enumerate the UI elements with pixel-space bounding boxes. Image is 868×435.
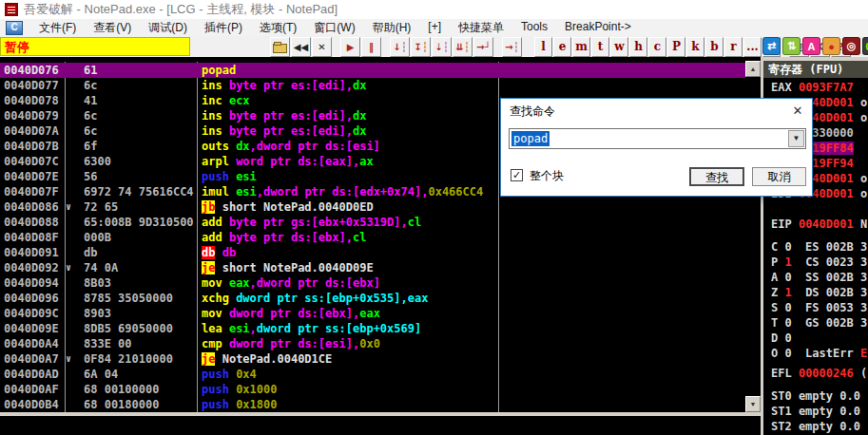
find-button[interactable]: 查找 [689, 167, 744, 186]
register-row[interactable]: D 0 [771, 331, 792, 346]
address-cell: 0040D07A [4, 123, 63, 139]
step-over-button[interactable]: ⇣┆ [432, 37, 452, 57]
disasm-row[interactable]: 0040D09C8903mov dword ptr ds:[ebx],eax [0, 306, 745, 321]
disasm-row[interactable]: 0040D0776cins byte ptr es:[edi],dx [0, 78, 745, 93]
letter-k-button[interactable]: k [686, 37, 704, 57]
disasm-row[interactable]: 0040D0968785 35050000xchg dword ptr ss:[… [0, 291, 745, 306]
letter-r-button[interactable]: r [724, 37, 743, 57]
menu-item[interactable]: 快捷菜单 [450, 19, 512, 37]
search-input[interactable]: popad [511, 131, 550, 146]
search-command-combobox[interactable]: popad ▼ [509, 128, 806, 149]
letter-m-button[interactable]: m [572, 37, 590, 57]
hexbytes-cell: 6c [84, 108, 195, 123]
disasm-row[interactable]: 0040D092∨74 0Aje short NotePad.0040D09E [0, 260, 745, 275]
instruction-cell: push 0x1000 [202, 382, 497, 397]
menu-item[interactable]: 窗口(W) [305, 19, 363, 37]
register-row[interactable]: S 0 FS 0053 3 [771, 300, 867, 315]
open-file-button[interactable] [270, 37, 290, 57]
scroll-up-button[interactable]: ▲ [745, 61, 761, 77]
register-row[interactable]: T 0 GS 002B 3 [771, 315, 867, 331]
chevron-down-icon[interactable]: ▼ [788, 130, 804, 147]
letter-l-button[interactable]: l [534, 37, 552, 57]
disasm-row[interactable]: 0040D0948B03mov eax,dword ptr ds:[ebx] [0, 275, 745, 291]
menu-item[interactable]: 查看(V) [85, 19, 140, 37]
updown-arrows-icon[interactable]: ⇅ [782, 37, 800, 55]
entire-block-checkbox[interactable]: ✓ [511, 169, 523, 181]
disasm-row[interactable]: 0040D08F000Badd byte ptr ds:[ebx],cl [0, 230, 745, 245]
letter-c-button[interactable]: c [648, 37, 666, 57]
disasm-row[interactable]: 0040D086∨72 65jb short NotePad.0040D0ED [0, 199, 745, 215]
pause-button[interactable]: ‖ [361, 37, 381, 57]
menu-item[interactable]: 调试(D) [140, 19, 196, 37]
disasm-row[interactable]: 0040D07661popad [0, 63, 745, 78]
instruction-cell: db db [202, 245, 497, 260]
menu-item[interactable]: BreakPoint-> [556, 19, 640, 37]
close-icon[interactable]: ✕ [783, 101, 812, 122]
disasm-row[interactable]: 0040D0A7∨0F84 21010000je NotePad.0040D1C… [0, 351, 745, 367]
letter-a-icon[interactable]: A [802, 37, 820, 55]
letter-e-button[interactable]: e [553, 37, 571, 57]
letter-t-button[interactable]: t [591, 37, 609, 57]
hexbytes-cell: 6300 [84, 154, 195, 169]
register-row[interactable]: EAX 0093F7A7 [771, 80, 854, 95]
register-row[interactable]: ST2 empty 0.0 [771, 419, 860, 434]
rewind-button[interactable]: ◀◀ [291, 37, 311, 57]
disasm-row[interactable]: 0040D09E8DB5 69050000lea esi,dword ptr s… [0, 321, 745, 336]
instruction-cell: add byte ptr gs:[ebx+0x5319D],cl [202, 215, 497, 230]
register-row[interactable]: P 1 CS 0023 3 [771, 255, 867, 270]
register-row[interactable]: C 0 ES 002B 3 [771, 239, 867, 255]
letter-h-button[interactable]: h [629, 37, 647, 57]
menu-item[interactable]: 文件(F) [30, 19, 85, 37]
letter-...-button[interactable]: ... [743, 37, 762, 57]
register-row[interactable]: O 0 LastErr E [771, 346, 867, 361]
hexbytes-cell: 68 00180000 [84, 397, 195, 412]
register-row[interactable]: EFL 00000246 ( [771, 366, 867, 381]
disasm-row[interactable]: 0040D0AD6A 04push 0x4 [0, 367, 745, 382]
target-icon[interactable]: ◎ [842, 37, 860, 55]
step-into-button[interactable]: ↓┆ [390, 37, 410, 57]
disasm-row[interactable]: 0040D0AF68 00100000push 0x1000 [0, 382, 745, 397]
plugin-icon-group: ⇄⇅A●◎01 [761, 37, 868, 55]
letter-w-button[interactable]: w [610, 37, 628, 57]
instruction-cell: xchg dword ptr ss:[ebp+0x535],eax [202, 291, 497, 306]
scroll-down-button[interactable]: ▼ [745, 396, 761, 412]
disasm-row[interactable]: 0040D091dbdb db [0, 245, 745, 260]
register-row[interactable]: Z 1 DS 002B 3 [771, 285, 867, 300]
register-row[interactable]: A 0 SS 002B 3 [771, 270, 867, 285]
letter-b-button[interactable]: b [705, 37, 723, 57]
binary-icon[interactable]: 01 [862, 37, 868, 55]
swap-arrows-icon[interactable]: ⇄ [762, 37, 781, 55]
letter-P-button[interactable]: P [667, 37, 685, 57]
address-cell: 0040D088 [4, 215, 63, 230]
red-dot-icon[interactable]: ● [822, 37, 840, 55]
close-window-button[interactable]: ✕ [312, 37, 332, 57]
animate-over-button[interactable]: ⇊┆ [453, 37, 473, 57]
menu-item[interactable]: 帮助(H) [364, 19, 420, 37]
address-cell: 0040D078 [4, 93, 63, 108]
go-to-address-button[interactable]: →┆ [502, 37, 522, 57]
menu-item[interactable]: Tools [512, 19, 556, 37]
menu-item[interactable]: [+] [419, 19, 450, 37]
cancel-button[interactable]: 取消 [752, 167, 806, 186]
hexbytes-cell: 833E 00 [84, 336, 195, 351]
hexbytes-cell: 74 0A [84, 260, 195, 275]
menu-item[interactable]: 插件(P) [196, 19, 251, 37]
register-row[interactable]: ST0 empty 0.0 [771, 388, 860, 404]
app-logo-icon [5, 3, 18, 16]
disasm-row[interactable]: 0040D0A4833E 00cmp dword ptr ds:[esi],0x… [0, 336, 745, 351]
execute-till-return-button[interactable]: →┘ [473, 37, 493, 57]
register-row[interactable]: ST1 empty 0.0 [771, 404, 860, 419]
disasm-row[interactable]: 0040D08865:008B 9D310500add byte ptr gs:… [0, 215, 745, 230]
instruction-cell: ins byte ptr es:[edi],dx [202, 78, 497, 93]
dialog-title-bar[interactable]: 查找命令 ✕ [501, 99, 812, 123]
child-window-icon[interactable]: C [6, 21, 23, 35]
disasm-row[interactable]: 0040D0B468 00180000push 0x1800 [0, 397, 745, 412]
register-row[interactable]: EIP 0040D001 N [771, 217, 867, 232]
find-command-dialog: 查找命令 ✕ popad ▼ ✓ 整个块 查找 取消 [500, 98, 813, 197]
animate-into-button[interactable]: ↧┆ [411, 37, 431, 57]
instruction-cell: push 0x4 [202, 367, 497, 382]
hexbytes-cell: 8903 [84, 306, 195, 321]
menu-bar: C 文件(F)查看(V)调试(D)插件(P)选项(T)窗口(W)帮助(H)[+]… [0, 19, 868, 36]
run-button[interactable]: ▶ [340, 37, 360, 57]
menu-item[interactable]: 选项(T) [251, 19, 305, 37]
